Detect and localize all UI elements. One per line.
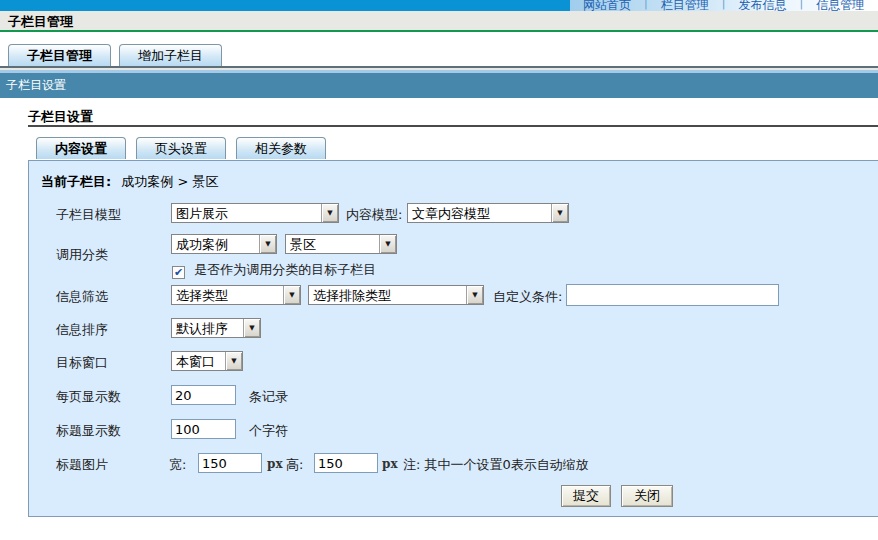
- custom-condition-label: 自定义条件:: [493, 288, 562, 306]
- submit-button[interactable]: 提交: [561, 485, 611, 507]
- filter-type-value: 选择类型: [172, 286, 283, 304]
- page-header: 子栏目管理: [0, 11, 878, 30]
- section-heading: 子栏目设置: [28, 108, 878, 127]
- settings-panel: 当前子栏目: 成功案例 > 景区 子栏目模型 图片展示 ▼ 内容模型: 文章内容…: [28, 160, 878, 517]
- chevron-down-icon[interactable]: ▼: [379, 235, 396, 253]
- page-title: 子栏目管理: [8, 13, 73, 31]
- nav-link-column-mgmt[interactable]: 栏目管理: [661, 0, 709, 11]
- target-window-select[interactable]: 本窗口 ▼: [171, 351, 243, 371]
- main-tab-bar: 子栏目管理 增加子栏目: [8, 44, 222, 66]
- content-tab-bar: 内容设置 页头设置 相关参数: [36, 137, 326, 159]
- chevron-down-icon[interactable]: ▼: [551, 204, 568, 222]
- check-icon: ✔: [174, 266, 183, 279]
- current-subcolumn-row: 当前子栏目: 成功案例 > 景区: [41, 173, 219, 191]
- subcolumn-model-select[interactable]: 图片展示 ▼: [171, 203, 339, 223]
- chevron-down-icon[interactable]: ▼: [225, 352, 242, 370]
- category-checkbox-row: ✔ 是否作为调用分类的目标子栏目: [172, 261, 376, 279]
- sort-value: 默认排序: [172, 319, 243, 337]
- chevron-down-icon[interactable]: ▼: [466, 286, 483, 304]
- per-page-label: 每页显示数: [56, 388, 121, 406]
- title-image-label: 标题图片: [56, 456, 108, 474]
- category-parent-select[interactable]: 成功案例 ▼: [171, 234, 277, 254]
- filter-exclude-value: 选择排除类型: [309, 286, 466, 304]
- chevron-down-icon[interactable]: ▼: [283, 286, 300, 304]
- category-target-checkbox[interactable]: ✔: [172, 266, 185, 279]
- nav-link-site-home[interactable]: 网站首页: [583, 0, 631, 11]
- width-unit: px: [267, 457, 283, 471]
- content-model-label: 内容模型:: [346, 206, 402, 224]
- nav-separator: |: [722, 0, 726, 10]
- title-length-label: 标题显示数: [56, 422, 121, 440]
- nav-separator: |: [799, 0, 803, 10]
- per-page-unit: 条记录: [249, 388, 288, 406]
- category-checkbox-label: 是否作为调用分类的目标子栏目: [194, 262, 376, 277]
- subcolumn-model-label: 子栏目模型: [56, 206, 121, 224]
- tab-related-params[interactable]: 相关参数: [236, 137, 326, 159]
- info-filter-label: 信息筛选: [56, 288, 108, 306]
- category-child-value: 景区: [286, 235, 379, 253]
- category-parent-value: 成功案例: [172, 235, 259, 253]
- tab-pagehead-settings[interactable]: 页头设置: [136, 137, 226, 159]
- nav-separator: |: [644, 0, 648, 10]
- tab-content-settings[interactable]: 内容设置: [36, 137, 126, 159]
- band-title: 子栏目设置: [6, 78, 66, 92]
- tab-add-subcolumn[interactable]: 增加子栏目: [119, 44, 222, 66]
- width-input[interactable]: [198, 453, 262, 473]
- sort-select[interactable]: 默认排序 ▼: [171, 318, 261, 338]
- filter-type-select[interactable]: 选择类型 ▼: [171, 285, 301, 305]
- current-subcolumn-label: 当前子栏目:: [41, 174, 111, 189]
- section-title: 子栏目设置: [28, 109, 93, 124]
- target-window-value: 本窗口: [172, 352, 225, 370]
- title-length-input[interactable]: [171, 419, 236, 439]
- target-window-label: 目标窗口: [56, 354, 108, 372]
- content-model-value: 文章内容模型: [408, 204, 551, 222]
- per-page-input[interactable]: [171, 385, 236, 405]
- title-length-unit: 个字符: [249, 422, 288, 440]
- nav-link-info-mgmt[interactable]: 信息管理: [816, 0, 864, 11]
- info-sort-label: 信息排序: [56, 321, 108, 339]
- width-label: 宽:: [169, 456, 186, 474]
- top-nav: 网站首页 | 栏目管理 | 发布信息 | 信息管理: [570, 0, 878, 11]
- content-model-select[interactable]: 文章内容模型 ▼: [407, 203, 569, 223]
- height-input[interactable]: [314, 453, 378, 473]
- height-unit: px: [382, 457, 398, 471]
- title-image-note: 注: 其中一个设置0表示自动缩放: [403, 456, 589, 474]
- subcolumn-model-value: 图片展示: [172, 204, 321, 222]
- filter-exclude-select[interactable]: 选择排除类型 ▼: [308, 285, 484, 305]
- category-child-select[interactable]: 景区 ▼: [285, 234, 397, 254]
- chevron-down-icon[interactable]: ▼: [259, 235, 276, 253]
- chevron-down-icon[interactable]: ▼: [321, 204, 338, 222]
- green-divider: [0, 30, 878, 32]
- height-label: 高:: [286, 456, 303, 474]
- chevron-down-icon[interactable]: ▼: [243, 319, 260, 337]
- tab-subcolumn-manage[interactable]: 子栏目管理: [8, 44, 111, 66]
- current-subcolumn-value: 成功案例 > 景区: [121, 174, 218, 189]
- custom-condition-input[interactable]: [566, 284, 779, 306]
- category-label: 调用分类: [56, 246, 108, 264]
- nav-link-publish-info[interactable]: 发布信息: [738, 0, 786, 11]
- close-button[interactable]: 关闭: [621, 485, 673, 507]
- subcolumn-settings-band: 子栏目设置: [0, 73, 878, 98]
